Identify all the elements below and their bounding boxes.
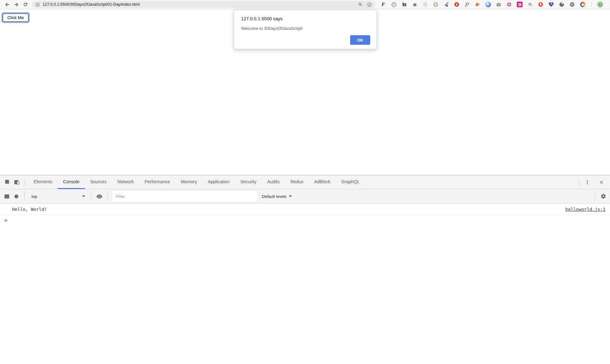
devtools-panel: Elements Console Sources Network Perform…	[0, 175, 610, 364]
console-source-link[interactable]: helloworld.js:1	[565, 207, 606, 212]
ext-react-icon[interactable]	[422, 1, 428, 8]
ext-bookmark-icon[interactable]	[537, 1, 544, 8]
ext-stop-hand-icon[interactable]	[454, 1, 460, 8]
tab-console[interactable]: Console	[58, 175, 85, 189]
ext-bug-icon[interactable]	[412, 1, 418, 8]
filter-input[interactable]	[113, 191, 257, 202]
live-expression-eye-icon[interactable]	[94, 193, 104, 199]
tab-graphql[interactable]: GraphQL	[336, 175, 365, 189]
default-levels-label: Default levels	[262, 194, 287, 199]
tab-application[interactable]: Application	[202, 175, 235, 189]
toolbar-separator	[591, 2, 592, 7]
ext-parens-icon[interactable]	[433, 1, 439, 8]
console-prompt-row[interactable]: >	[0, 215, 610, 226]
reload-icon[interactable]	[22, 1, 29, 8]
zoom-indicator-icon[interactable]	[357, 1, 364, 8]
tabbar-right-controls	[576, 175, 610, 189]
alert-ok-button[interactable]: OK	[350, 35, 370, 45]
ext-megaphone-icon[interactable]	[475, 1, 481, 8]
console-prompt-chevron-icon: >	[4, 218, 7, 223]
ext-json-viewer-icon[interactable]: {}	[597, 1, 603, 8]
chevron-down-icon	[289, 195, 292, 197]
ext-rainbow-icon[interactable]	[579, 1, 586, 8]
ext-panels-icon[interactable]	[401, 1, 407, 8]
tab-performance[interactable]: Performance	[139, 175, 175, 189]
tab-audits[interactable]: Audits	[262, 175, 285, 189]
ext-orbit-icon[interactable]	[391, 1, 397, 8]
ext-hexagram-icon[interactable]	[506, 1, 512, 8]
ext-formatter-icon[interactable]: F	[380, 1, 386, 8]
tab-redux[interactable]: Redux	[285, 175, 308, 189]
chevron-down-icon	[82, 195, 85, 197]
tabbar-right-separator	[579, 179, 579, 186]
device-toolbar-icon[interactable]	[12, 175, 22, 189]
console-toolbar-separator-3	[107, 192, 107, 200]
devtools-menu-icon[interactable]	[583, 180, 592, 185]
ext-heart-lens-icon[interactable]	[548, 1, 554, 8]
clear-console-icon[interactable]	[11, 194, 21, 199]
console-log-message: Hello, World!	[12, 207, 47, 212]
ext-swirl-icon[interactable]	[485, 1, 491, 8]
tab-sources[interactable]: Sources	[85, 175, 112, 189]
console-sidebar-icon[interactable]	[2, 193, 11, 199]
alert-dialog-message: Welcome to 30DaysOfJavaScript!	[241, 26, 370, 31]
extensions-row: F f?	[380, 1, 603, 8]
console-log-row: Hello, World! helloworld.js:1	[0, 204, 610, 215]
ext-camera-icon[interactable]	[496, 1, 502, 8]
ext-pink-gear-icon[interactable]	[516, 1, 523, 8]
tab-memory[interactable]: Memory	[176, 175, 203, 189]
ext-fontface-icon[interactable]: f?	[464, 1, 470, 8]
tab-network[interactable]: Network	[112, 175, 139, 189]
page-content: Click Me 127.0.0.1:5500 says Welcome to …	[0, 10, 610, 175]
devtools-close-icon[interactable]	[597, 180, 606, 185]
console-toolbar-separator-1	[24, 192, 24, 200]
browser-toolbar: 127.0.0.1:5500/30DaysOfJavaScript/01-Day…	[0, 0, 610, 9]
ext-pipes-icon[interactable]	[527, 1, 533, 8]
address-bar[interactable]: 127.0.0.1:5500/30DaysOfJavaScript/01-Day…	[32, 1, 376, 8]
console-toolbar-separator-4	[595, 192, 595, 200]
context-selector-dropdown[interactable]: top	[29, 192, 88, 201]
devtools-settings-gear-icon[interactable]	[599, 193, 608, 199]
devtools-tabbar: Elements Console Sources Network Perform…	[0, 175, 610, 189]
alert-dialog-title: 127.0.0.1:5500 says	[241, 16, 370, 21]
console-toolbar-separator-2	[91, 192, 91, 200]
tab-elements[interactable]: Elements	[28, 175, 58, 189]
alert-dialog: 127.0.0.1:5500 says Welcome to 30DaysOfJ…	[234, 10, 377, 49]
context-selector-value: top	[31, 194, 82, 199]
info-icon[interactable]	[35, 2, 40, 7]
console-toolbar: top Default levels	[0, 189, 610, 204]
forward-icon[interactable]	[12, 1, 20, 8]
tab-security[interactable]: Security	[235, 175, 262, 189]
browser-menu-icon[interactable]	[607, 1, 610, 8]
inspect-element-icon[interactable]	[3, 175, 12, 189]
ext-wave-icon[interactable]	[569, 1, 575, 8]
bookmark-star-icon[interactable]	[366, 1, 372, 8]
default-levels-dropdown[interactable]: Default levels	[262, 194, 292, 199]
ext-timer-icon[interactable]	[558, 1, 565, 8]
ext-colorpicker-icon[interactable]	[443, 1, 449, 8]
back-icon[interactable]	[3, 1, 11, 8]
tab-adblock[interactable]: AdBlock	[309, 175, 336, 189]
tabbar-separator	[25, 179, 25, 186]
click-me-button[interactable]: Click Me	[3, 13, 29, 22]
url-text[interactable]: 127.0.0.1:5500/30DaysOfJavaScript/01-Day…	[43, 2, 140, 7]
